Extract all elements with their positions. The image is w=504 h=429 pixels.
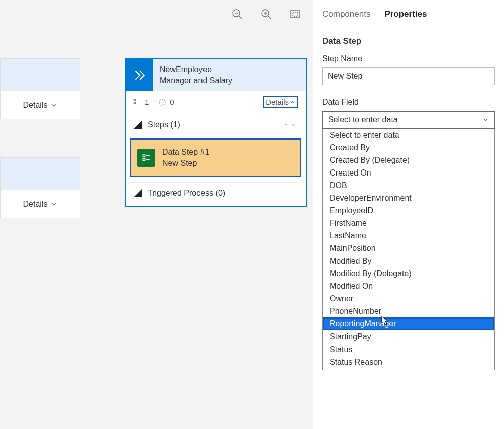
expand-tri-icon: [134, 189, 142, 197]
dropdown-option[interactable]: PhoneNumber: [323, 305, 494, 317]
canvas-toolbar: [230, 7, 303, 21]
dropdown-option[interactable]: Status Reason: [323, 356, 494, 368]
chevron-down-icon: [50, 201, 57, 208]
data-field-label: Data Field: [322, 98, 495, 107]
chevron-down-icon: [50, 102, 57, 109]
svg-line-4: [268, 16, 271, 19]
dropdown-option[interactable]: DeveloperEnvironment: [323, 192, 494, 204]
svg-rect-7: [291, 11, 300, 18]
stage-header: NewEmployee Manager and Salary: [126, 59, 306, 91]
steps-header-label: Steps (1): [148, 120, 180, 129]
dropdown-option[interactable]: Select to enter data: [323, 129, 494, 141]
data-field-dropdown[interactable]: Select to enter dataCreated ByCreated By…: [322, 129, 495, 370]
expand-tri-icon: [134, 121, 142, 129]
dropdown-option[interactable]: Created By (Delegate): [323, 154, 494, 166]
chevron-up-icon: [289, 99, 296, 106]
stage-card-selected[interactable]: NewEmployee Manager and Salary 1 0 Detai…: [125, 58, 307, 207]
data-step-icon: [137, 149, 155, 167]
steps-section-header[interactable]: Steps (1): [126, 113, 306, 136]
stage-chevron-icon: [126, 59, 153, 91]
dropdown-option[interactable]: MainPosition: [323, 242, 494, 254]
dropdown-option[interactable]: EmployeeID: [323, 204, 494, 217]
data-field-placeholder: Select to enter data: [328, 115, 398, 124]
svg-line-1: [239, 16, 242, 19]
steps-count: 1: [133, 98, 149, 107]
zoom-in-icon[interactable]: [259, 7, 273, 21]
dropdown-option[interactable]: LastName: [323, 229, 494, 242]
dropdown-option[interactable]: Status: [323, 343, 494, 356]
dropdown-option[interactable]: Created On: [323, 166, 494, 179]
svg-rect-9: [134, 99, 135, 101]
panel-tabs: Components Properties: [322, 0, 495, 22]
step-name-input[interactable]: [322, 67, 495, 85]
svg-rect-10: [134, 102, 135, 104]
triggered-section-header[interactable]: Triggered Process (0): [126, 182, 306, 206]
data-step-item-selected[interactable]: Data Step #1 New Step: [130, 138, 301, 177]
step-name-label: Step Name: [322, 54, 495, 63]
details-label: Details: [23, 200, 48, 209]
svg-point-13: [159, 99, 165, 105]
dropdown-option[interactable]: Modified By (Delegate): [323, 267, 494, 280]
zoom-out-icon[interactable]: [230, 7, 244, 21]
svg-rect-14: [143, 155, 145, 157]
svg-rect-8: [293, 12, 298, 16]
dropdown-option[interactable]: Created By: [323, 141, 494, 154]
details-label: Details: [23, 101, 48, 110]
dropdown-option[interactable]: Modified By: [323, 254, 494, 267]
dropdown-option[interactable]: TesterProduct: [323, 368, 494, 370]
dropdown-option[interactable]: DOB: [323, 179, 494, 192]
dropdown-option[interactable]: Owner: [323, 292, 494, 305]
dropdown-option[interactable]: FirstName: [323, 217, 494, 229]
stage-title-line1: NewEmployee: [160, 64, 232, 75]
partial-stage-card-1[interactable]: Details: [0, 58, 80, 119]
tab-components[interactable]: Components: [322, 9, 370, 19]
details-toggle[interactable]: Details: [263, 96, 298, 108]
properties-panel: Components Properties Data Step Step Nam…: [313, 0, 504, 429]
triggered-header-label: Triggered Process (0): [148, 189, 225, 198]
reorder-arrows[interactable]: [282, 121, 297, 128]
dropdown-option[interactable]: ReportingManager: [323, 317, 494, 330]
panel-heading: Data Step: [322, 36, 495, 46]
composed-count: 0: [158, 98, 174, 107]
fit-screen-icon[interactable]: [288, 7, 303, 21]
data-field-select[interactable]: Select to enter data: [322, 111, 495, 129]
partial-stage-card-2[interactable]: Details: [0, 157, 80, 218]
tab-properties[interactable]: Properties: [384, 9, 427, 19]
step-line2: New Step: [162, 158, 209, 169]
stage-meta-row: 1 0 Details: [126, 91, 306, 113]
stage-title-line2: Manager and Salary: [160, 75, 232, 87]
dropdown-option[interactable]: StartingPay: [323, 330, 494, 343]
step-line1: Data Step #1: [162, 147, 209, 158]
chevron-down-icon: [482, 116, 489, 123]
dropdown-option[interactable]: Modified On: [323, 280, 494, 292]
svg-rect-16: [143, 158, 145, 160]
workflow-canvas[interactable]: Details Details NewEmployee Manager and …: [0, 0, 313, 429]
